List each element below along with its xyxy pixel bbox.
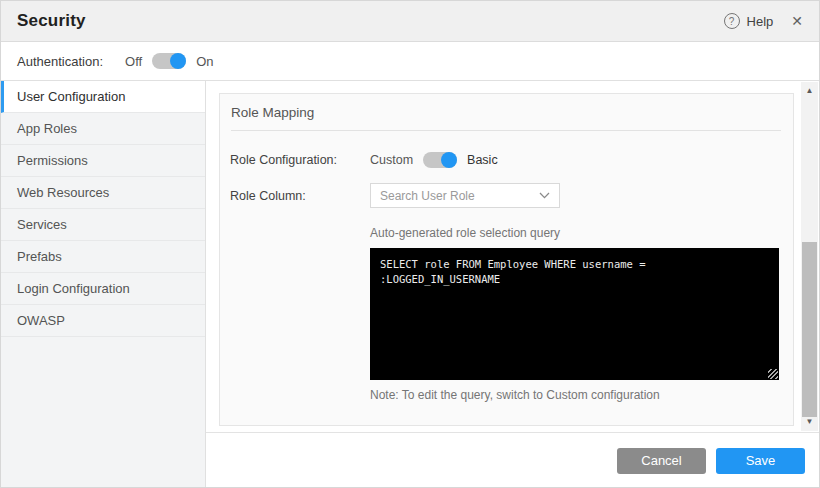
role-column-row: Role Column: Search User Role [230, 183, 781, 208]
sidebar-item-app-roles[interactable]: App Roles [1, 113, 205, 145]
titlebar-actions: ? Help ✕ [724, 13, 803, 29]
scroll-up-icon[interactable]: ▲ [801, 84, 818, 98]
role-column-label: Role Column: [230, 189, 370, 203]
authentication-toggle[interactable] [152, 53, 186, 69]
cancel-button[interactable]: Cancel [617, 448, 706, 474]
sidebar: User Configuration App Roles Permissions… [1, 81, 206, 488]
security-dialog: Security ? Help ✕ Authentication: Off On… [0, 0, 820, 488]
help-icon: ? [724, 13, 740, 29]
role-configuration-label: Role Configuration: [230, 153, 370, 167]
role-configuration-control: Custom Basic [370, 152, 498, 168]
close-icon[interactable]: ✕ [791, 13, 803, 29]
query-sql-text: SELECT role FROM Employee WHERE username… [370, 248, 779, 295]
sidebar-item-services[interactable]: Services [1, 209, 205, 241]
authentication-on-label: On [196, 54, 213, 69]
sidebar-item-login-configuration[interactable]: Login Configuration [1, 273, 205, 305]
toggle-knob [441, 152, 457, 168]
sidebar-item-permissions[interactable]: Permissions [1, 145, 205, 177]
sidebar-item-web-resources[interactable]: Web Resources [1, 177, 205, 209]
authentication-label: Authentication: [17, 54, 103, 69]
scrollbar[interactable]: ▲ ▼ [801, 82, 818, 431]
sidebar-item-prefabs[interactable]: Prefabs [1, 241, 205, 273]
toggle-knob [170, 53, 186, 69]
footer: Cancel Save [206, 432, 819, 488]
role-configuration-row: Role Configuration: Custom Basic [230, 152, 781, 168]
query-caption: Auto-generated role selection query [370, 226, 781, 240]
page-title: Security [17, 11, 86, 31]
authentication-off-label: Off [125, 54, 142, 69]
sidebar-item-owasp[interactable]: OWASP [1, 305, 205, 337]
role-mapping-form: Role Configuration: Custom Basic Role Co… [220, 131, 793, 402]
query-note: Note: To edit the query, switch to Custo… [370, 388, 781, 402]
sidebar-item-user-configuration[interactable]: User Configuration [1, 81, 205, 113]
option-basic-label: Basic [467, 153, 498, 167]
query-editor: SELECT role FROM Employee WHERE username… [370, 248, 779, 380]
section-title: Role Mapping [220, 94, 793, 130]
query-section: Auto-generated role selection query SELE… [370, 226, 781, 402]
help-label: Help [747, 14, 774, 29]
select-placeholder: Search User Role [380, 189, 475, 203]
scroll-area: Role Mapping Role Configuration: Custom … [206, 81, 799, 432]
titlebar: Security ? Help ✕ [1, 1, 819, 42]
role-mapping-card: Role Mapping Role Configuration: Custom … [219, 93, 794, 426]
chevron-down-icon [539, 192, 550, 199]
role-column-select[interactable]: Search User Role [370, 183, 560, 208]
help-button[interactable]: ? Help [724, 13, 774, 29]
save-button[interactable]: Save [716, 448, 805, 474]
scroll-down-icon[interactable]: ▼ [801, 415, 818, 429]
content-panel: Role Mapping Role Configuration: Custom … [206, 81, 819, 488]
scrollbar-thumb[interactable] [802, 242, 817, 417]
body: User Configuration App Roles Permissions… [1, 81, 819, 488]
authentication-row: Authentication: Off On [1, 42, 819, 81]
resize-handle[interactable] [768, 369, 778, 379]
role-configuration-toggle[interactable] [423, 152, 457, 168]
option-custom-label: Custom [370, 153, 413, 167]
